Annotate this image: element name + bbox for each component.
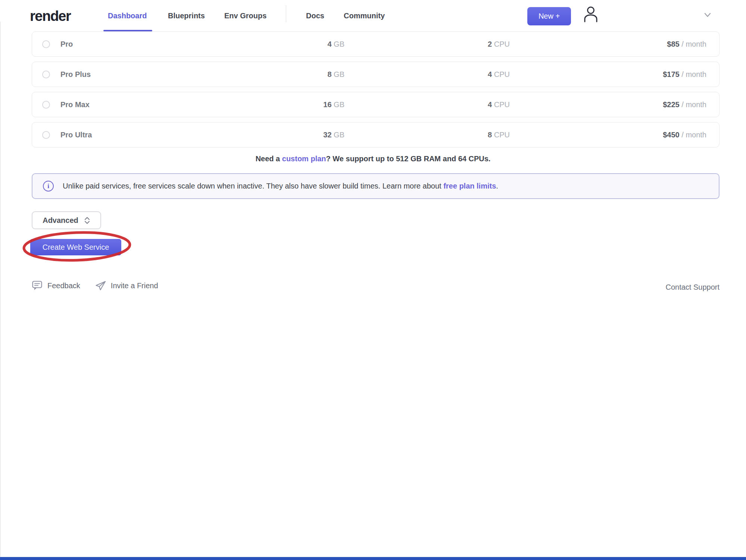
custom-plan-link[interactable]: custom plan <box>282 155 326 163</box>
plan-memory: 4 GB <box>285 40 344 49</box>
nav-community[interactable]: Community <box>344 12 385 20</box>
render-logo: render <box>30 8 71 24</box>
advanced-toggle[interactable]: Advanced <box>32 211 101 229</box>
plan-radio[interactable] <box>42 131 50 139</box>
expand-collapse-icon <box>84 217 90 224</box>
plan-row-pro-max[interactable]: Pro Max 16 GB 4 CPU $225 / month <box>32 92 720 117</box>
custom-plan-line: Need a custom plan? We support up to 512… <box>0 155 746 163</box>
new-button[interactable]: New + <box>527 7 571 25</box>
user-account-icon[interactable] <box>583 6 599 23</box>
plan-row-pro[interactable]: Pro 4 GB 2 CPU $85 / month <box>32 31 720 57</box>
plan-row-pro-ultra[interactable]: Pro Ultra 32 GB 8 CPU $450 / month <box>32 122 720 147</box>
plan-name: Pro <box>60 40 73 49</box>
plan-price: $175 / month <box>510 70 706 79</box>
feedback-chat-icon <box>32 281 43 291</box>
plan-price: $450 / month <box>510 131 706 139</box>
contact-support-link[interactable]: Contact Support <box>665 283 720 292</box>
plan-name: Pro Ultra <box>60 131 92 139</box>
plan-price: $225 / month <box>510 100 706 109</box>
create-web-service-button[interactable]: Create Web Service <box>30 239 121 255</box>
plan-row-pro-plus[interactable]: Pro Plus 8 GB 4 CPU $175 / month <box>32 62 720 87</box>
taskbar-edge <box>0 557 746 560</box>
free-plan-notice: i Unlike paid services, free services sc… <box>32 173 720 199</box>
plan-radio[interactable] <box>42 71 50 78</box>
invite-friend-button[interactable]: Invite a Friend <box>95 281 158 291</box>
info-icon: i <box>43 181 54 192</box>
nav-docs[interactable]: Docs <box>306 12 324 20</box>
plan-cpu: 4 CPU <box>344 70 510 79</box>
plan-radio[interactable] <box>42 101 50 109</box>
nav-env-groups[interactable]: Env Groups <box>224 12 266 20</box>
custom-plan-prefix: Need a <box>256 155 282 163</box>
window-left-edge <box>0 22 1 560</box>
feedback-button[interactable]: Feedback <box>32 281 80 291</box>
paper-plane-icon <box>95 281 106 291</box>
plan-memory: 32 GB <box>285 131 344 139</box>
footer-left: Feedback Invite a Friend <box>32 281 158 291</box>
plan-price: $85 / month <box>510 40 706 49</box>
plan-name: Pro Plus <box>60 70 91 79</box>
custom-plan-suffix: ? We support up to 512 GB RAM and 64 CPU… <box>326 155 491 163</box>
nav-dashboard[interactable]: Dashboard <box>108 12 147 20</box>
page: render Dashboard Blueprints Env Groups D… <box>0 0 746 560</box>
feedback-label: Feedback <box>47 281 80 290</box>
plan-cpu: 2 CPU <box>344 40 510 49</box>
plan-radio[interactable] <box>42 40 50 48</box>
plan-name: Pro Max <box>60 100 90 109</box>
invite-friend-label: Invite a Friend <box>111 281 158 290</box>
advanced-label: Advanced <box>43 216 78 225</box>
notice-text: Unlike paid services, free services scal… <box>63 182 498 190</box>
chevron-down-icon[interactable] <box>704 12 711 18</box>
nav-divider <box>286 5 286 22</box>
plan-cpu: 8 CPU <box>344 131 510 139</box>
plan-memory: 8 GB <box>285 70 344 79</box>
plan-memory: 16 GB <box>285 100 344 109</box>
nav-blueprints[interactable]: Blueprints <box>168 12 205 20</box>
free-plan-limits-link[interactable]: free plan limits <box>443 182 496 190</box>
plan-cpu: 4 CPU <box>344 100 510 109</box>
